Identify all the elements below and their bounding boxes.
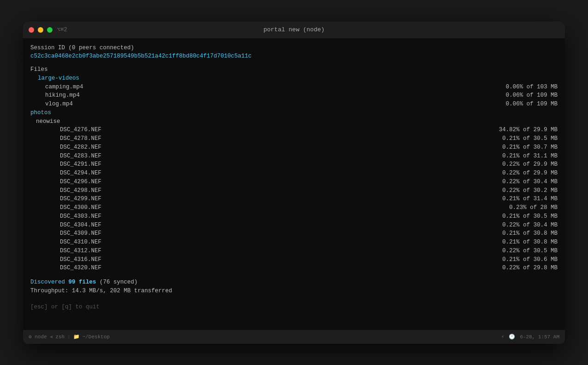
nef-file-name: DSC_4294.NEF (30, 169, 101, 178)
nef-file-progress: 34.82% of 29.9 MB (499, 126, 558, 134)
traffic-lights (29, 27, 53, 33)
nef-file-name: DSC_4316.NEF (30, 255, 101, 264)
nef-file-row: DSC_4300.NEF 0.23% of 28 MB (30, 203, 558, 212)
nef-file-name: DSC_4320.NEF (30, 264, 101, 272)
nef-file-name: DSC_4309.NEF (30, 229, 101, 238)
separator-2: | (67, 334, 71, 340)
shell-label: zsh (55, 334, 65, 340)
right-icon: ⚡ (501, 334, 505, 340)
nef-file-progress: 0.21% of 30.6 MB (502, 255, 558, 264)
file-vlog: vlog.mp4 0.06% of 109 MB (30, 100, 558, 109)
nef-file-row: DSC_4291.NEF 0.22% of 29.9 MB (30, 160, 558, 169)
separator-1: ◄ (50, 334, 53, 340)
file-camping: camping.mp4 0.06% of 103 MB (30, 83, 558, 92)
clock-icon: 🕐 (509, 334, 515, 340)
nef-file-progress: 0.22% of 30.5 MB (502, 247, 558, 255)
nef-file-row: DSC_4276.NEF 34.82% of 29.9 MB (30, 126, 558, 134)
bottom-left: ⚙ node ◄ zsh | 📁 ~/Desktop (29, 334, 110, 340)
nef-file-progress: 0.21% of 30.8 MB (502, 238, 558, 247)
nef-file-progress: 0.22% of 30.4 MB (502, 178, 558, 186)
nef-file-name: DSC_4312.NEF (30, 247, 101, 255)
folder-neowise: neowise (36, 117, 60, 126)
quit-hint: [esc] or [q] to quit (30, 303, 558, 312)
nef-file-row: DSC_4296.NEF 0.22% of 30.4 MB (30, 178, 558, 186)
folder-neowise-row: neowise (30, 117, 558, 126)
terminal-body[interactable]: Session ID (0 peers connected) c52c3ca04… (23, 38, 565, 330)
file-name-camping: camping.mp4 (38, 83, 83, 92)
nef-file-progress: 0.21% of 31.4 MB (502, 195, 558, 203)
synced-count: (76 synced) (96, 279, 138, 285)
datetime-label: 6-28, 1:57 AM (520, 334, 559, 340)
node-label: ⚙ node (29, 334, 47, 340)
nef-file-row: DSC_4298.NEF 0.22% of 30.2 MB (30, 186, 558, 195)
nef-file-row: DSC_4310.NEF 0.21% of 30.8 MB (30, 238, 558, 247)
file-size-hiking: 0.06% of 109 MB (506, 91, 558, 100)
terminal-window: ⌥⌘2 portal new (node) Session ID (0 peer… (23, 22, 565, 344)
nef-file-row: DSC_4309.NEF 0.21% of 30.8 MB (30, 229, 558, 238)
nef-file-name: DSC_4310.NEF (30, 238, 101, 247)
nef-file-row: DSC_4294.NEF 0.22% of 29.9 MB (30, 169, 558, 178)
nef-file-name: DSC_4276.NEF (30, 126, 101, 134)
nef-file-progress: 0.23% of 28 MB (509, 203, 558, 212)
nef-file-name: DSC_4282.NEF (30, 143, 101, 152)
nef-files-list: DSC_4276.NEF 34.82% of 29.9 MB DSC_4278.… (30, 126, 558, 272)
titlebar: ⌥⌘2 portal new (node) (23, 22, 565, 38)
nef-file-name: DSC_4299.NEF (30, 195, 101, 203)
nef-file-row: DSC_4320.NEF 0.22% of 29.8 MB (30, 264, 558, 272)
nef-file-progress: 0.21% of 30.5 MB (502, 134, 558, 143)
bottom-right: ⚡ 🕐 6-28, 1:57 AM (501, 334, 559, 340)
discovered-label: Discovered (30, 279, 69, 285)
session-id: c52c3ca0468e2cb0f3abe257189549b5b521a42c… (30, 53, 252, 59)
maximize-button[interactable] (47, 27, 53, 33)
nef-file-name: DSC_4298.NEF (30, 186, 101, 195)
throughput-value: 14.3 MB/s, 202 MB transferred (72, 288, 172, 294)
session-label-line: Session ID (0 peers connected) (30, 44, 558, 52)
file-size-vlog: 0.06% of 109 MB (506, 100, 558, 109)
file-name-hiking: hiking.mp4 (30, 91, 80, 100)
nef-file-progress: 0.21% of 30.7 MB (502, 143, 558, 152)
bottom-bar: ⚙ node ◄ zsh | 📁 ~/Desktop ⚡ 🕐 6-28, 1:5… (23, 330, 565, 344)
nef-file-row: DSC_4304.NEF 0.22% of 30.4 MB (30, 221, 558, 230)
files-section: Files (30, 65, 558, 74)
nef-file-row: DSC_4312.NEF 0.22% of 30.5 MB (30, 247, 558, 255)
shortcut-label: ⌥⌘2 (57, 26, 67, 33)
nef-file-row: DSC_4282.NEF 0.21% of 30.7 MB (30, 143, 558, 152)
nef-file-row: DSC_4283.NEF 0.21% of 31.1 MB (30, 152, 558, 161)
file-name-vlog: vlog.mp4 (30, 100, 73, 109)
nef-file-progress: 0.22% of 29.8 MB (502, 264, 558, 272)
nef-file-name: DSC_4278.NEF (30, 134, 101, 143)
files-label: Files (30, 66, 48, 73)
file-hiking: hiking.mp4 0.06% of 109 MB (30, 91, 558, 100)
close-button[interactable] (29, 27, 34, 33)
session-id-line: c52c3ca0468e2cb0f3abe257189549b5b521a42c… (30, 52, 558, 61)
path-label: ~/Desktop (82, 334, 110, 340)
status-line: Discovered 99 files (76 synced) (30, 278, 558, 287)
nef-file-progress: 0.21% of 30.5 MB (502, 212, 558, 221)
nef-file-name: DSC_4296.NEF (30, 178, 101, 186)
nef-file-name: DSC_4303.NEF (30, 212, 101, 221)
nef-file-row: DSC_4303.NEF 0.21% of 30.5 MB (30, 212, 558, 221)
minimize-button[interactable] (38, 27, 43, 33)
folder-photos-row: photos (30, 109, 558, 117)
nef-file-row: DSC_4316.NEF 0.21% of 30.6 MB (30, 255, 558, 264)
nef-file-progress: 0.22% of 30.2 MB (502, 186, 558, 195)
file-count: 99 files (69, 279, 96, 285)
nef-file-row: DSC_4299.NEF 0.21% of 31.4 MB (30, 195, 558, 203)
folder-photos: photos (30, 109, 51, 117)
nef-file-progress: 0.21% of 31.1 MB (502, 152, 558, 161)
folder-large-videos-row: large-videos (30, 74, 558, 83)
window-title: portal new (node) (264, 26, 325, 33)
nef-file-row: DSC_4278.NEF 0.21% of 30.5 MB (30, 134, 558, 143)
folder-large-videos: large-videos (30, 74, 79, 83)
nef-file-progress: 0.22% of 29.9 MB (502, 160, 558, 169)
file-size-camping: 0.06% of 103 MB (506, 83, 558, 92)
session-label: Session ID (0 peers connected) (30, 45, 134, 51)
nef-file-progress: 0.22% of 29.9 MB (502, 169, 558, 178)
nef-file-name: DSC_4304.NEF (30, 221, 101, 230)
nef-file-name: DSC_4291.NEF (30, 160, 101, 169)
nef-file-name: DSC_4300.NEF (30, 203, 101, 212)
nef-file-name: DSC_4283.NEF (30, 152, 101, 161)
nef-file-progress: 0.22% of 30.4 MB (502, 221, 558, 230)
throughput-line: Throughput: 14.3 MB/s, 202 MB transferre… (30, 287, 558, 295)
path-icon: 📁 (73, 334, 80, 340)
